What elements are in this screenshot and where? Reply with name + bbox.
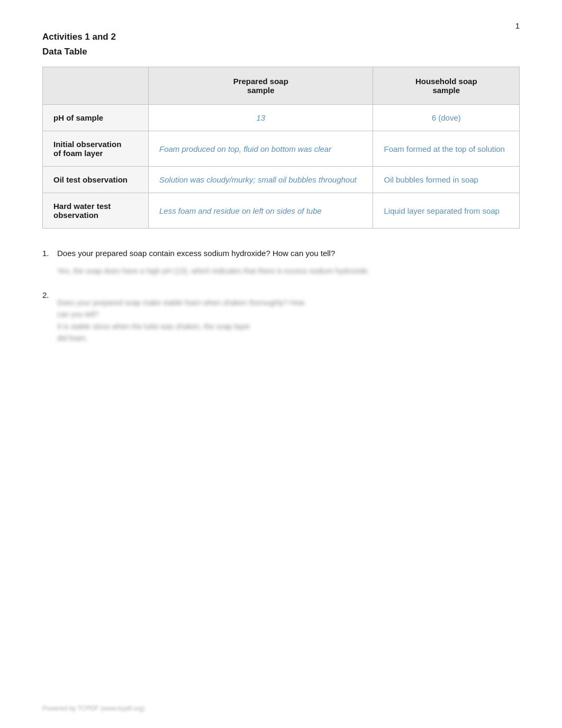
question-2-text: Does your prepared soap make stable foam…: [57, 289, 520, 344]
row-household-oil: Oil bubbles formed in soap: [373, 167, 520, 193]
question-2-number: 2.: [42, 289, 57, 344]
row-household-ph: 6 (dove): [373, 105, 520, 131]
col-header-empty: [43, 67, 149, 105]
page-number: 1: [515, 21, 520, 30]
table-row-ph: pH of sample 13 6 (dove): [43, 105, 520, 131]
row-prepared-ph: 13: [149, 105, 373, 131]
row-household-hardwater: Liquid layer separated from soap: [373, 193, 520, 229]
row-label-hardwater: Hard water test observation: [43, 193, 149, 229]
section-title: Activities 1 and 2: [42, 32, 520, 42]
row-label-initial: Initial observation of foam layer: [43, 131, 149, 167]
table-row-hardwater: Hard water test observation Less foam an…: [43, 193, 520, 229]
data-table: Prepared soap sample Household soap samp…: [42, 67, 520, 229]
row-household-initial: Foam formed at the top of solution: [373, 131, 520, 167]
questions-section: 1. Does your prepared soap contain exces…: [42, 248, 520, 344]
data-table-title: Data Table: [42, 47, 520, 57]
col-header-household: Household soap sample: [373, 67, 520, 105]
col-header-prepared: Prepared soap sample: [149, 67, 373, 105]
row-prepared-initial: Foam produced on top, fluid on bottom wa…: [149, 131, 373, 167]
row-label-ph: pH of sample: [43, 105, 149, 131]
table-row-oil: Oil test observation Solution was cloudy…: [43, 167, 520, 193]
question-1-number: 1.: [42, 248, 57, 277]
question-2-blurred: Does your prepared soap make stable foam…: [57, 297, 520, 344]
question-2: 2. Does your prepared soap make stable f…: [42, 289, 520, 344]
question-1-text: Does your prepared soap contain excess s…: [57, 248, 520, 277]
row-prepared-hardwater: Less foam and residue on left on sides o…: [149, 193, 373, 229]
row-label-oil: Oil test observation: [43, 167, 149, 193]
answer-1-blurred: Yes, the soap does have a high pH (13), …: [57, 265, 520, 277]
row-prepared-oil: Solution was cloudy/murky; small oil bub…: [149, 167, 373, 193]
footer-watermark: Powered by TCPDF (www.tcpdf.org): [42, 705, 144, 712]
table-row-initial: Initial observation of foam layer Foam p…: [43, 131, 520, 167]
question-1: 1. Does your prepared soap contain exces…: [42, 248, 520, 277]
